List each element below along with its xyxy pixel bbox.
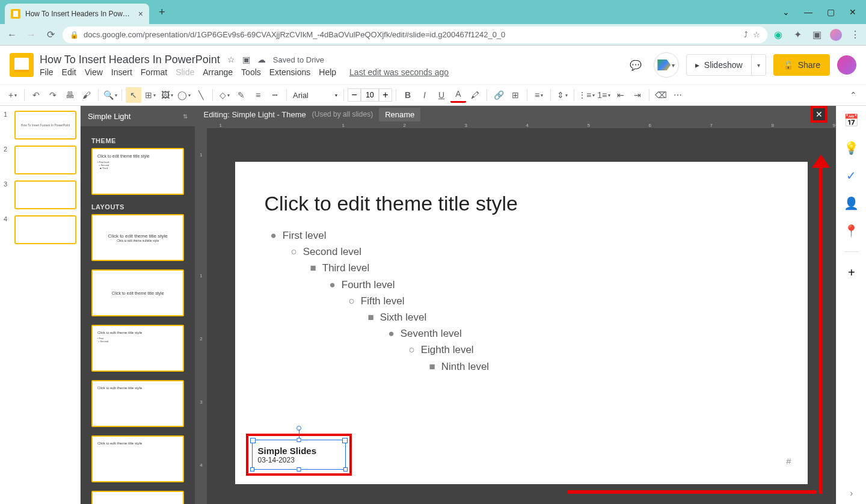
border-weight-icon[interactable]: ≡ bbox=[250, 87, 266, 103]
chevron-down-icon[interactable]: ⌄ bbox=[782, 7, 790, 17]
border-color-icon[interactable]: ✎ bbox=[233, 87, 249, 103]
menu-format[interactable]: Format bbox=[141, 67, 167, 77]
calendar-icon[interactable]: 📅 bbox=[844, 113, 859, 128]
slideshow-dropdown[interactable]: ▾ bbox=[752, 54, 766, 76]
browser-tab[interactable]: How To Insert Headers In PowerP × bbox=[5, 4, 149, 24]
fill-color-icon[interactable]: ◇ bbox=[216, 87, 232, 103]
more-icon[interactable]: ⋯ bbox=[670, 87, 686, 103]
slide-page[interactable]: Click to edit theme title style ●First l… bbox=[235, 162, 808, 484]
title-placeholder[interactable]: Click to edit theme title style bbox=[264, 192, 779, 215]
account-avatar[interactable] bbox=[837, 55, 856, 75]
line-spacing-icon[interactable]: ⇕ bbox=[554, 87, 570, 103]
menu-arrange[interactable]: Arrange bbox=[203, 67, 233, 77]
slideshow-button[interactable]: ▸ Slideshow bbox=[686, 54, 752, 76]
layout-thumb-3[interactable]: Click to edit theme title style • First … bbox=[91, 325, 185, 372]
share-button[interactable]: 🔒 Share bbox=[773, 54, 830, 76]
close-theme-editor-button[interactable]: ✕ bbox=[811, 106, 828, 123]
footer-text-box[interactable]: Simple Slides 03-14-2023 bbox=[252, 440, 346, 470]
tab-close-icon[interactable]: × bbox=[138, 9, 143, 19]
tasks-icon[interactable]: ✓ bbox=[844, 168, 859, 183]
border-dash-icon[interactable]: ┅ bbox=[267, 87, 283, 103]
maximize-icon[interactable]: ▢ bbox=[827, 7, 835, 17]
layout-thumb-5[interactable]: Click to edit theme title style bbox=[91, 435, 185, 482]
link-icon[interactable]: 🔗 bbox=[491, 87, 506, 103]
star-doc-icon[interactable]: ☆ bbox=[227, 55, 235, 64]
side-panel-icon[interactable]: ▣ bbox=[811, 29, 823, 41]
menu-extensions[interactable]: Extensions bbox=[269, 67, 310, 77]
menu-edit[interactable]: Edit bbox=[62, 67, 76, 77]
highlight-icon[interactable]: 🖍 bbox=[467, 87, 483, 103]
textbox-icon[interactable]: ⊞ bbox=[143, 87, 158, 103]
bullet-list-icon[interactable]: ⋮≡ bbox=[578, 87, 595, 103]
image-icon[interactable]: 🖼 bbox=[159, 87, 175, 103]
reload-icon[interactable]: ⟳ bbox=[43, 28, 58, 42]
indent-decrease-icon[interactable]: ⇤ bbox=[613, 87, 628, 103]
rename-button[interactable]: Rename bbox=[379, 108, 420, 121]
print-icon[interactable]: 🖶 bbox=[62, 87, 78, 103]
comment-icon[interactable]: ⊞ bbox=[508, 87, 523, 103]
slide-canvas[interactable]: Click to edit theme title style ●First l… bbox=[207, 128, 836, 504]
minimize-icon[interactable]: ― bbox=[804, 7, 812, 17]
close-icon[interactable]: ✕ bbox=[849, 7, 856, 17]
shape-icon[interactable]: ◯ bbox=[176, 87, 192, 103]
menu-insert[interactable]: Insert bbox=[111, 67, 132, 77]
zoom-icon[interactable]: 🔍 bbox=[102, 87, 118, 103]
undo-icon[interactable]: ↶ bbox=[28, 87, 44, 103]
keep-icon[interactable]: 💡 bbox=[844, 141, 859, 155]
font-size-increase[interactable]: + bbox=[379, 88, 392, 102]
clear-format-icon[interactable]: ⌫ bbox=[653, 87, 669, 103]
slide-thumb-4[interactable]: 4 bbox=[4, 215, 76, 244]
contacts-icon[interactable]: 👤 bbox=[844, 196, 859, 211]
maps-icon[interactable]: 📍 bbox=[844, 224, 859, 238]
menu-view[interactable]: View bbox=[85, 67, 103, 77]
profile-avatar[interactable] bbox=[830, 29, 842, 41]
menu-help[interactable]: Help bbox=[319, 67, 336, 77]
comments-icon[interactable]: 💬 bbox=[625, 54, 646, 76]
last-edit-link[interactable]: Last edit was seconds ago bbox=[349, 67, 449, 77]
font-size-decrease[interactable]: − bbox=[348, 88, 361, 102]
collapse-toolbar-icon[interactable]: ⌃ bbox=[846, 87, 861, 103]
font-select[interactable]: Arial▾ bbox=[290, 91, 340, 100]
bold-icon[interactable]: B bbox=[400, 87, 416, 103]
meet-button[interactable]: ▾ bbox=[654, 52, 679, 78]
address-bar[interactable]: 🔒 docs.google.com/presentation/d/1GP6GEv… bbox=[63, 26, 767, 43]
italic-icon[interactable]: I bbox=[417, 87, 432, 103]
align-icon[interactable]: ≡ bbox=[531, 87, 547, 103]
forward-icon[interactable]: → bbox=[24, 28, 38, 42]
grammarly-icon[interactable]: ◉ bbox=[772, 29, 784, 41]
slides-logo-icon[interactable] bbox=[10, 53, 34, 77]
layout-thumb-1[interactable]: Click to edit theme title style Click to… bbox=[91, 214, 185, 261]
theme-thumb[interactable]: Click to edit theme title style • First … bbox=[91, 148, 185, 195]
number-list-icon[interactable]: 1≡ bbox=[596, 87, 612, 103]
layout-thumb-6[interactable] bbox=[91, 491, 185, 504]
font-size-input[interactable] bbox=[361, 88, 379, 102]
paint-format-icon[interactable]: 🖌 bbox=[79, 87, 94, 103]
text-color-icon[interactable]: A bbox=[450, 87, 466, 103]
line-icon[interactable]: ╲ bbox=[193, 87, 209, 103]
extensions-icon[interactable]: ✦ bbox=[791, 29, 803, 41]
star-icon[interactable]: ☆ bbox=[753, 30, 760, 39]
new-slide-button[interactable]: + bbox=[5, 87, 20, 103]
page-number-placeholder[interactable]: # bbox=[786, 456, 791, 466]
underline-icon[interactable]: U bbox=[434, 87, 449, 103]
chrome-menu-icon[interactable]: ⋮ bbox=[849, 29, 861, 41]
redo-icon[interactable]: ↷ bbox=[45, 87, 61, 103]
add-addon-icon[interactable]: + bbox=[844, 265, 859, 280]
indent-increase-icon[interactable]: ⇥ bbox=[630, 87, 645, 103]
slide-thumb-3[interactable]: 3 bbox=[4, 180, 76, 209]
menu-file[interactable]: File bbox=[40, 67, 54, 77]
theme-header[interactable]: Simple Light ⇅ bbox=[81, 106, 195, 126]
slide-thumb-1[interactable]: 1 How To Insert Footers In PowerPoint bbox=[4, 111, 76, 140]
vertical-ruler[interactable]: 112345 bbox=[195, 128, 207, 504]
new-tab-button[interactable]: + bbox=[154, 4, 170, 21]
move-doc-icon[interactable]: ▣ bbox=[242, 55, 250, 64]
horizontal-ruler[interactable]: 1123456789 bbox=[195, 123, 836, 128]
back-icon[interactable]: ← bbox=[5, 28, 19, 42]
select-tool-icon[interactable]: ↖ bbox=[126, 87, 141, 103]
hide-side-panel-icon[interactable]: › bbox=[850, 488, 853, 498]
document-title[interactable]: How To Insert Headers In PowerPoint bbox=[40, 54, 220, 66]
slide-thumb-2[interactable]: 2 bbox=[4, 146, 76, 174]
share-page-icon[interactable]: ⤴ bbox=[744, 30, 748, 39]
body-placeholder[interactable]: ●First level ○Second level ■Third level … bbox=[264, 227, 779, 375]
layout-thumb-2[interactable]: Click to edit theme title style bbox=[91, 269, 185, 316]
